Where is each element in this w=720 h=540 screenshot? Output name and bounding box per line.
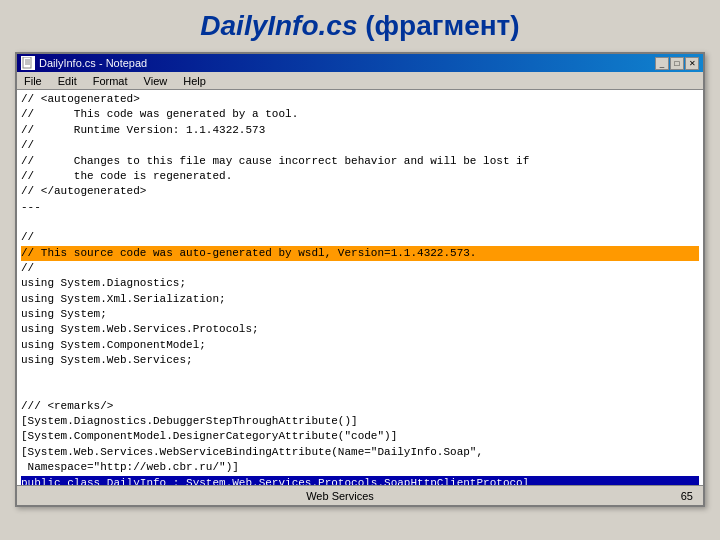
code-line: using System.Web.Services; — [21, 353, 699, 368]
window-titlebar: DailyInfo.cs - Notepad _ □ ✕ — [17, 54, 703, 72]
code-line — [21, 384, 699, 399]
code-line: Namespace="http://web.cbr.ru/")] — [21, 460, 699, 475]
code-line: // This code was generated by a tool. — [21, 107, 699, 122]
title-part1: DailyInfo.cs — [200, 10, 357, 41]
code-line: using System.Web.Services.Protocols; — [21, 322, 699, 337]
titlebar-left: DailyInfo.cs - Notepad — [21, 56, 147, 70]
code-line: --- — [21, 200, 699, 215]
code-area[interactable]: // <autogenerated>// This code was gener… — [17, 90, 703, 485]
code-line: // Runtime Version: 1.1.4322.573 — [21, 123, 699, 138]
slide-title: DailyInfo.cs (фрагмент) — [200, 10, 519, 42]
code-line: [System.Diagnostics.DebuggerStepThroughA… — [21, 414, 699, 429]
code-line: // This source code was auto-generated b… — [21, 246, 699, 261]
code-line: using System; — [21, 307, 699, 322]
status-center: Web Services — [27, 490, 653, 502]
notepad-window: DailyInfo.cs - Notepad _ □ ✕ File Edit F… — [15, 52, 705, 507]
code-line — [21, 215, 699, 230]
code-line: // Changes to this file may cause incorr… — [21, 154, 699, 169]
menu-view[interactable]: View — [141, 75, 171, 87]
status-bar: Web Services 65 — [17, 485, 703, 505]
maximize-button[interactable]: □ — [670, 57, 684, 70]
close-button[interactable]: ✕ — [685, 57, 699, 70]
code-line: [System.ComponentModel.DesignerCategoryA… — [21, 429, 699, 444]
code-line: // — [21, 230, 699, 245]
code-line: [System.Web.Services.WebServiceBindingAt… — [21, 445, 699, 460]
code-line: using System.ComponentModel; — [21, 338, 699, 353]
notepad-icon — [21, 56, 35, 70]
code-line: // the code is regenerated. — [21, 169, 699, 184]
code-line: using System.Xml.Serialization; — [21, 292, 699, 307]
menu-edit[interactable]: Edit — [55, 75, 80, 87]
code-line: // — [21, 261, 699, 276]
title-part2: (фрагмент) — [357, 10, 519, 41]
code-line: /// <remarks/> — [21, 399, 699, 414]
minimize-button[interactable]: _ — [655, 57, 669, 70]
code-line: // <autogenerated> — [21, 92, 699, 107]
code-line — [21, 369, 699, 384]
code-line: using System.Diagnostics; — [21, 276, 699, 291]
menu-file[interactable]: File — [21, 75, 45, 87]
titlebar-text: DailyInfo.cs - Notepad — [39, 57, 147, 69]
menu-bar: File Edit Format View Help — [17, 72, 703, 90]
code-line: // — [21, 138, 699, 153]
code-line: public class DailyInfo : System.Web.Serv… — [21, 476, 699, 485]
titlebar-buttons[interactable]: _ □ ✕ — [655, 57, 699, 70]
status-page: 65 — [653, 490, 693, 502]
code-line: // </autogenerated> — [21, 184, 699, 199]
slide-container: DailyInfo.cs (фрагмент) DailyInfo.cs - N… — [0, 0, 720, 540]
menu-format[interactable]: Format — [90, 75, 131, 87]
menu-help[interactable]: Help — [180, 75, 209, 87]
